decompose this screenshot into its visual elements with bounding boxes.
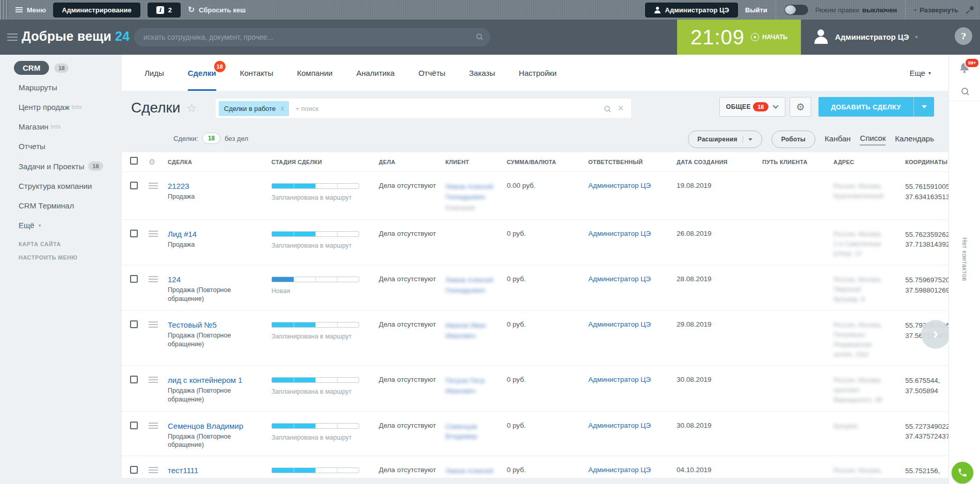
table-row[interactable]: тест1111 Продажа (Повторное обращение) З… xyxy=(122,456,949,478)
tab-settings[interactable]: Настройки xyxy=(519,55,557,91)
administration-button[interactable]: Администрирование xyxy=(53,3,140,18)
deal-link[interactable]: 124 xyxy=(168,275,181,284)
admin-user-button[interactable]: Администратор ЦЭ xyxy=(645,3,738,18)
sidebar-item-crm-terminal[interactable]: CRM Терминал xyxy=(19,201,122,210)
tab-deals[interactable]: Сделки 18 xyxy=(188,55,216,91)
tab-analytics[interactable]: Аналитика xyxy=(356,55,394,91)
drag-handle-icon[interactable] xyxy=(149,231,158,237)
responsible-link[interactable]: Администратор ЦЭ xyxy=(588,422,651,429)
tab-companies[interactable]: Компании xyxy=(297,55,333,91)
deal-link[interactable]: 21223 xyxy=(168,182,189,190)
client-cell[interactable]: Иванов Иван Иванович xyxy=(445,320,507,342)
table-row[interactable]: Лид #14 Продажа Запланирована в маршрут … xyxy=(122,220,949,265)
view-kanban[interactable]: Канбан xyxy=(825,134,850,145)
chip-close-icon[interactable]: x xyxy=(281,105,284,112)
responsible-link[interactable]: Администратор ЦЭ xyxy=(588,376,651,383)
responsible-link[interactable]: Администратор ЦЭ xyxy=(588,230,651,237)
stage-progress-bar[interactable] xyxy=(271,467,359,473)
sidebar-item-tasks[interactable]: Задачи и Проекты18 xyxy=(19,162,122,171)
sitemap-link[interactable]: КАРТА САЙТА xyxy=(19,241,122,247)
drag-handle-icon[interactable] xyxy=(149,183,158,189)
stage-progress-bar[interactable] xyxy=(271,183,359,189)
client-cell[interactable]: Семенцов Владимир xyxy=(445,422,507,443)
admin-notifications-button[interactable]: i 2 xyxy=(148,3,181,18)
responsible-link[interactable]: Администратор ЦЭ xyxy=(588,182,651,189)
row-checkbox[interactable] xyxy=(130,275,138,283)
user-menu[interactable]: Администратор ЦЭ ▾ xyxy=(813,28,918,45)
grid-settings-button[interactable]: ⚙ xyxy=(790,97,811,117)
configure-menu-link[interactable]: НАСТРОИТЬ МЕНЮ xyxy=(19,254,122,261)
client-cell[interactable]: Лимов Алексей Геннадьевич xyxy=(445,275,507,297)
timer-start-button[interactable]: ▶ НАЧАТЬ xyxy=(751,33,788,41)
stage-progress-bar[interactable] xyxy=(271,231,359,237)
saved-views-button[interactable]: ОБЩЕЕ 18 xyxy=(719,97,785,117)
drag-handle-icon[interactable] xyxy=(149,467,158,473)
notifications-bell-button[interactable]: 99+ xyxy=(958,62,971,76)
admin-menu-button[interactable]: Меню xyxy=(15,6,46,14)
table-row[interactable]: 124 Продажа (Повторное обращение) Новая … xyxy=(122,265,949,311)
row-checkbox[interactable] xyxy=(130,466,138,474)
view-list[interactable]: Список xyxy=(860,134,886,146)
deal-link[interactable]: тест1111 xyxy=(168,466,198,475)
deal-link[interactable]: Лид #14 xyxy=(168,230,197,238)
col-created[interactable]: ДАТА СОЗДАНИЯ xyxy=(677,159,762,165)
row-checkbox[interactable] xyxy=(130,230,138,237)
row-checkbox[interactable] xyxy=(130,422,138,429)
crm-pill[interactable]: CRM xyxy=(14,61,49,75)
edit-mode-toggle[interactable] xyxy=(784,5,808,15)
row-checkbox[interactable] xyxy=(130,320,138,328)
deal-link[interactable]: Семенцов Владимир xyxy=(168,422,243,430)
sidebar-item-more[interactable]: Ещё▾ xyxy=(19,221,122,230)
responsible-link[interactable]: Администратор ЦЭ xyxy=(588,466,651,474)
col-address[interactable]: АДРЕС xyxy=(833,159,905,165)
row-checkbox[interactable] xyxy=(130,182,138,189)
col-deal[interactable]: СДЕЛКА xyxy=(168,159,271,165)
reset-cache-button[interactable]: ↻ Сбросить кеш xyxy=(188,6,246,14)
table-row[interactable]: 21223 Продажа Запланирована в маршрут Де… xyxy=(122,172,949,220)
tab-orders[interactable]: Заказы xyxy=(469,55,495,91)
col-coords[interactable]: КООРДИНАТЫ xyxy=(905,159,949,165)
client-cell[interactable] xyxy=(445,230,507,231)
tab-contacts[interactable]: Контакты xyxy=(240,55,274,91)
col-activities[interactable]: ДЕЛА xyxy=(379,159,445,165)
deal-link[interactable]: лид с контейнером 1 xyxy=(168,376,243,384)
table-row[interactable]: лид с контейнером 1 Продажа (Повторное о… xyxy=(122,366,949,411)
col-sum[interactable]: СУММА/ВАЛЮТА xyxy=(507,159,588,165)
stage-progress-bar[interactable] xyxy=(271,377,359,383)
drag-handle-icon[interactable] xyxy=(149,377,158,383)
add-deal-button[interactable]: ДОБАВИТЬ СДЕЛКУ xyxy=(818,97,934,117)
deals-count-badge[interactable]: 18 xyxy=(202,133,220,144)
col-client-path[interactable]: ПУТЬ КЛИЕНТА xyxy=(762,159,833,165)
table-row[interactable]: Тестовый №5 Продажа (Повторное обращение… xyxy=(122,311,949,366)
select-all-checkbox[interactable] xyxy=(130,157,138,165)
favorite-star-icon[interactable]: ☆ xyxy=(186,102,197,115)
robots-button[interactable]: Роботы xyxy=(772,131,815,148)
col-client[interactable]: КЛИЕНТ xyxy=(445,159,507,165)
col-responsible[interactable]: ОТВЕТСТВЕННЫЙ xyxy=(588,159,677,165)
add-deal-dropdown[interactable] xyxy=(913,97,934,117)
stage-progress-bar[interactable] xyxy=(271,423,359,429)
extensions-button[interactable]: Расширения xyxy=(688,131,762,148)
row-checkbox[interactable] xyxy=(130,376,138,383)
help-button[interactable]: ? xyxy=(955,27,972,45)
table-row[interactable]: Семенцов Владимир Продажа (Повторное обр… xyxy=(122,412,949,457)
col-stage[interactable]: СТАДИЯ СДЕЛКИ xyxy=(271,159,379,165)
filter-chip[interactable]: Сделки в работе x xyxy=(219,101,289,116)
stage-progress-bar[interactable] xyxy=(271,322,359,328)
filter-search-bar[interactable]: Сделки в работе x + поиск ✕ xyxy=(216,99,631,118)
columns-gear-icon[interactable]: ⚙ xyxy=(149,157,155,167)
sidebar-item-company-structure[interactable]: Структура компании xyxy=(19,182,122,190)
logo[interactable]: Добрые вещи 24 xyxy=(22,29,130,44)
tab-reports[interactable]: Отчёты xyxy=(419,55,445,91)
view-calendar[interactable]: Календарь xyxy=(895,134,934,145)
sidebar-item-reports[interactable]: Отчеты xyxy=(19,142,122,151)
expand-button[interactable]: ▾ Развернуть xyxy=(914,6,958,14)
stage-progress-bar[interactable] xyxy=(271,277,359,282)
drag-handle-icon[interactable] xyxy=(149,423,158,429)
responsible-link[interactable]: Администратор ЦЭ xyxy=(588,320,651,328)
sidebar-item-crm[interactable]: CRM 18 xyxy=(14,61,122,75)
tab-leads[interactable]: Лиды xyxy=(144,55,164,91)
sidebar-toggle-icon[interactable] xyxy=(7,34,18,41)
telephony-button[interactable] xyxy=(952,462,973,483)
filter-clear-icon[interactable]: ✕ xyxy=(617,104,624,113)
